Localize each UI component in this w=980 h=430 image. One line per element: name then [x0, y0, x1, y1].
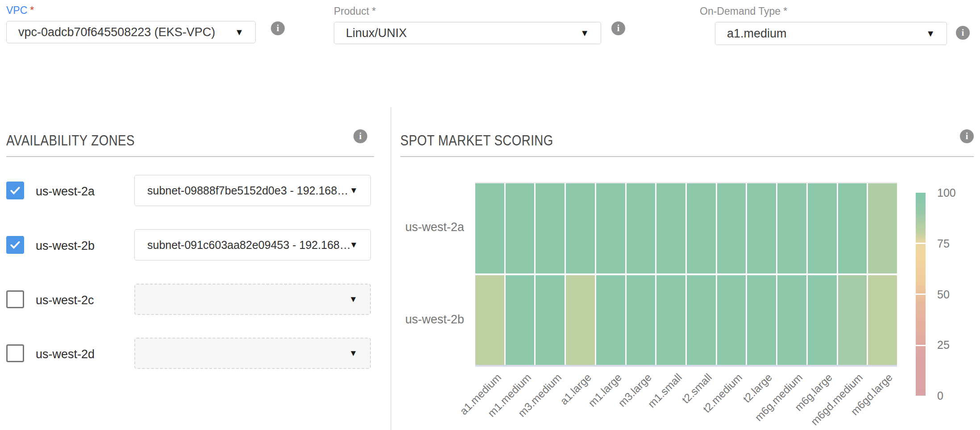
heatmap-cell-us-west-2a-m1.large[interactable] — [596, 183, 625, 273]
product-info-icon[interactable]: i — [611, 21, 625, 35]
subnet-select-us-west-2b[interactable]: subnet-091c603aa82e09453 - 192.168…▼ — [134, 229, 371, 260]
heatmap-cell-us-west-2a-m3.large[interactable] — [627, 183, 656, 273]
subnet-select-us-west-2c: ▼ — [134, 284, 371, 315]
vpc-required-asterisk: * — [30, 4, 34, 16]
zone-label-us-west-2b: us-west-2b — [36, 239, 95, 253]
x-tick-label-m1.large: m1.large — [586, 371, 624, 409]
checkbox-check-icon — [8, 238, 22, 252]
product-label-text: Product — [334, 5, 369, 17]
vpc-field-group: VPC* vpc-0adcb70f645508223 (EKS-VPC) ▼ — [6, 4, 256, 43]
heatmap-cell-us-west-2b-m6gd.medium[interactable] — [838, 275, 867, 365]
colorbar-segment-100-75 — [916, 193, 926, 243]
heatmap-cell-us-west-2b-m6gd.large[interactable] — [868, 275, 897, 365]
vpc-info-icon[interactable]: i — [271, 21, 285, 35]
heatmap-cell-us-west-2b-m3.medium[interactable] — [536, 275, 565, 365]
colorbar-tick-label-75: 75 — [937, 237, 950, 250]
spot-market-scoring-info-icon[interactable]: i — [960, 129, 974, 143]
heatmap-grid — [475, 182, 897, 365]
availability-zones-rule — [6, 156, 374, 157]
heatmap-cell-us-west-2b-a1.large[interactable] — [566, 275, 595, 365]
on-demand-type-info-icon[interactable]: i — [956, 26, 970, 40]
subnet-select-us-west-2a[interactable]: subnet-09888f7be5152d0e3 - 192.168…▼ — [134, 175, 371, 206]
heatmap-cell-us-west-2b-a1.medium[interactable] — [475, 275, 504, 365]
colorbar-tick-label-25: 25 — [937, 339, 950, 351]
zone-row-us-west-2b: us-west-2bsubnet-091c603aa82e09453 - 192… — [6, 229, 374, 260]
heatmap-cell-us-west-2b-m1.large[interactable] — [596, 275, 625, 365]
subnet-select-value: subnet-091c603aa82e09453 - 192.168… — [135, 239, 349, 252]
availability-zones-info-icon[interactable]: i — [353, 129, 367, 143]
heatmap-cell-us-west-2a-m3.medium[interactable] — [536, 183, 565, 273]
y-tick-label-us-west-2b: us-west-2b — [393, 313, 464, 327]
product-select-value: Linux/UNIX — [334, 26, 580, 40]
heatmap-cell-us-west-2a-a1.large[interactable] — [566, 183, 595, 273]
vpc-label-text: VPC — [6, 4, 27, 16]
checkbox-check-icon — [8, 184, 22, 197]
panel-divider — [390, 107, 391, 430]
dropdown-arrow-icon: ▼ — [926, 29, 947, 39]
heatmap-cell-us-west-2a-m6g.medium[interactable] — [777, 183, 806, 273]
heatmap-cell-us-west-2b-t2.medium[interactable] — [717, 275, 746, 365]
heatmap-cell-us-west-2a-m1.small[interactable] — [656, 183, 685, 273]
y-tick-label-us-west-2a: us-west-2a — [393, 220, 464, 234]
colorbar-tick-label-100: 100 — [937, 186, 956, 199]
spot-market-scoring-title-text: SPOT MARKET SCORING — [400, 132, 553, 149]
on-demand-type-label: On-Demand Type* — [700, 5, 947, 17]
vpc-select-value: vpc-0adcb70f645508223 (EKS-VPC) — [7, 25, 235, 39]
zone-checkbox-us-west-2c[interactable] — [6, 290, 24, 308]
heatmap-cell-us-west-2b-m6g.large[interactable] — [808, 275, 837, 365]
on-demand-type-select[interactable]: a1.medium ▼ — [715, 22, 947, 45]
subnet-select-us-west-2d: ▼ — [134, 338, 371, 369]
zone-label-us-west-2c: us-west-2c — [36, 294, 94, 307]
heatmap-cell-us-west-2b-m6g.medium[interactable] — [777, 275, 806, 365]
dropdown-arrow-icon: ▼ — [349, 348, 370, 358]
x-axis-line — [475, 365, 897, 367]
zone-label-us-west-2a: us-west-2a — [36, 185, 95, 198]
colorbar-tick-label-50: 50 — [937, 288, 950, 301]
dropdown-arrow-icon: ▼ — [349, 294, 370, 304]
zone-checkbox-us-west-2b[interactable] — [6, 236, 24, 254]
vpc-label: VPC* — [6, 4, 256, 17]
colorbar-segment-25-0 — [916, 346, 926, 396]
spot-configuration-page: VPC* vpc-0adcb70f645508223 (EKS-VPC) ▼ i… — [0, 0, 980, 430]
heatmap-cell-us-west-2a-m1.medium[interactable] — [506, 183, 535, 273]
zone-label-us-west-2d: us-west-2d — [36, 347, 95, 361]
subnet-select-value: subnet-09888f7be5152d0e3 - 192.168… — [135, 184, 349, 197]
product-label: Product* — [334, 5, 601, 17]
heatmap-cell-us-west-2b-m3.large[interactable] — [627, 275, 656, 365]
heatmap-cell-us-west-2a-t2.large[interactable] — [747, 183, 776, 273]
heatmap-cell-us-west-2a-t2.medium[interactable] — [717, 183, 746, 273]
dropdown-arrow-icon: ▼ — [580, 28, 601, 38]
zone-row-us-west-2c: us-west-2c▼ — [6, 284, 374, 315]
heatmap-cell-us-west-2a-m6gd.large[interactable] — [868, 183, 897, 273]
heatmap-cell-us-west-2b-t2.small[interactable] — [687, 275, 716, 365]
dropdown-arrow-icon: ▼ — [349, 240, 370, 250]
dropdown-arrow-icon: ▼ — [349, 186, 370, 195]
zone-checkbox-us-west-2d[interactable] — [6, 344, 24, 362]
product-select[interactable]: Linux/UNIX ▼ — [334, 22, 601, 44]
vpc-select[interactable]: vpc-0adcb70f645508223 (EKS-VPC) ▼ — [6, 21, 256, 43]
heatmap-cell-us-west-2a-a1.medium[interactable] — [475, 183, 504, 273]
product-required-asterisk: * — [372, 5, 376, 17]
colorbar-tick-label-0: 0 — [937, 389, 943, 402]
heatmap-cell-us-west-2b-m1.small[interactable] — [656, 275, 685, 365]
colorbar-segment-50-25 — [916, 295, 926, 345]
zone-row-us-west-2d: us-west-2d▼ — [6, 338, 374, 369]
heatmap-cell-us-west-2a-m6gd.medium[interactable] — [838, 183, 867, 273]
heatmap-cell-us-west-2a-m6g.large[interactable] — [808, 183, 837, 273]
heatmap-cell-us-west-2b-m1.medium[interactable] — [506, 275, 535, 365]
heatmap-cell-us-west-2a-t2.small[interactable] — [687, 183, 716, 273]
availability-zones-title: AVAILABILITY ZONES — [6, 132, 159, 149]
product-field-group: Product* Linux/UNIX ▼ — [334, 5, 601, 44]
on-demand-type-required-asterisk: * — [783, 5, 787, 17]
zone-row-us-west-2a: us-west-2asubnet-09888f7be5152d0e3 - 192… — [6, 175, 374, 206]
availability-zones-title-text: AVAILABILITY ZONES — [6, 132, 135, 149]
dropdown-arrow-icon: ▼ — [235, 27, 255, 37]
on-demand-type-field-group: On-Demand Type* a1.medium ▼ — [700, 5, 947, 45]
zone-checkbox-us-west-2a[interactable] — [6, 182, 24, 199]
on-demand-type-label-text: On-Demand Type — [700, 5, 781, 17]
spot-market-scoring-title: SPOT MARKET SCORING — [400, 132, 582, 149]
spot-market-scoring-rule — [400, 156, 974, 157]
on-demand-type-select-value: a1.medium — [715, 27, 926, 41]
heatmap-cell-us-west-2b-t2.large[interactable] — [747, 275, 776, 365]
colorbar-segment-75-50 — [916, 244, 926, 294]
